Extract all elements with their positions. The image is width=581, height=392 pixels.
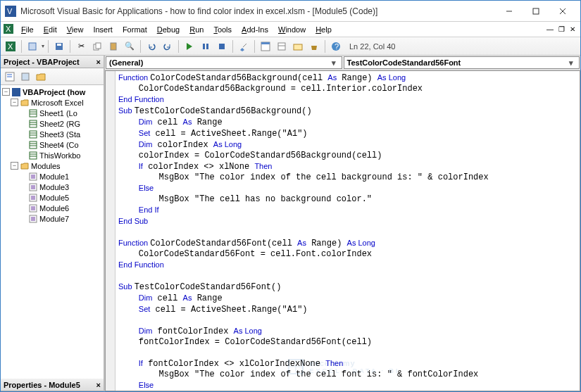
svg-rect-31 [30,110,37,117]
tree-sheet-item[interactable]: Sheet4 (Co [1,139,104,150]
menubar: X File Edit View Insert Format Debug Run… [1,22,580,37]
menu-insert[interactable]: Insert [88,24,118,35]
tree-sheet-item[interactable]: Sheet2 (RG [1,118,104,129]
properties-panel-header: Properties - Module5 × [1,379,104,391]
project-panel-close-icon[interactable]: × [96,58,101,66]
code-margin [106,71,115,391]
menu-window[interactable]: Window [273,24,311,35]
folder-icon [20,161,30,171]
sheet-icon [28,140,38,150]
module-icon [28,214,38,224]
mdi-close[interactable]: ✕ [568,25,577,34]
tree-module-item[interactable]: Module5 [1,192,104,203]
tree-sheet-item[interactable]: ThisWorkbo [1,150,104,160]
object-browser-icon[interactable] [291,39,305,53]
tree-modules-folder[interactable]: − Modules [1,160,104,171]
tree-module-item[interactable]: Module1 [1,171,104,182]
svg-rect-15 [111,43,116,50]
svg-rect-37 [30,131,37,138]
mdi-restore[interactable]: ❐ [556,25,566,34]
view-excel-icon[interactable]: X [4,39,18,53]
collapse-icon[interactable]: − [11,162,18,170]
sheet-icon [28,129,38,139]
toolbar: X ▾ ✂ 🔍 ? Ln 22, Col 40 [1,37,580,56]
redo-icon[interactable] [161,39,175,53]
sheet-icon [28,119,38,129]
menu-view[interactable]: View [62,24,89,35]
design-mode-icon[interactable] [237,39,251,53]
svg-rect-23 [294,44,302,50]
svg-rect-20 [261,42,270,44]
close-button[interactable] [549,1,576,21]
svg-text:?: ? [335,42,339,51]
properties-icon[interactable] [275,39,289,53]
break-icon[interactable] [199,39,213,53]
menu-addins[interactable]: Add-Ins [237,24,273,35]
paste-icon[interactable] [106,39,120,53]
properties-panel-close-icon[interactable]: × [96,381,101,389]
view-object-icon[interactable] [18,70,32,84]
tree-module-item[interactable]: Module6 [1,203,104,213]
svg-rect-21 [278,43,285,50]
svg-rect-40 [30,141,37,148]
menu-format[interactable]: Format [118,24,152,35]
titlebar: V Microsoft Visual Basic for Application… [1,1,580,22]
menu-help[interactable]: Help [311,24,337,35]
undo-icon[interactable] [144,39,158,53]
menu-edit[interactable]: Edit [39,24,62,35]
tree-root[interactable]: − VBAProject (how [1,87,104,97]
view-code-icon[interactable] [3,70,17,84]
procedure-dropdown[interactable]: TestColorCodeStandard56Font ▾ [344,56,580,69]
tree-sheet-item[interactable]: Sheet3 (Sta [1,129,104,139]
toolbox-icon[interactable] [307,39,321,53]
maximize-button[interactable] [523,1,549,21]
menu-run[interactable]: Run [185,24,208,35]
tree-excel-objects[interactable]: − Microsoft Excel [1,97,104,108]
svg-rect-17 [206,44,208,49]
svg-rect-14 [96,43,101,49]
object-dropdown[interactable]: (General) ▾ [106,56,342,69]
folder-icon[interactable] [34,70,48,84]
find-icon[interactable]: 🔍 [123,39,137,53]
project-panel-header: Project - VBAProject × [1,56,104,68]
svg-text:X: X [6,25,11,33]
module-icon [28,203,38,213]
code-content[interactable]: Function ColorCodeStandard56Background(c… [106,71,580,391]
save-icon[interactable] [52,39,66,53]
procedure-dropdown-value: TestColorCodeStandard56Font [347,58,461,67]
insert-item-icon[interactable] [25,39,39,53]
tree-sheet-item[interactable]: Sheet1 (Lo [1,108,104,118]
svg-rect-3 [533,8,539,14]
folder-icon [20,98,30,108]
tree-module-item[interactable]: Module3 [1,182,104,192]
chevron-down-icon: ▾ [566,58,576,68]
svg-rect-30 [12,88,20,96]
svg-text:X: X [8,42,13,51]
module-icon [28,182,38,192]
cursor-position: Ln 22, Col 40 [349,42,395,51]
run-icon[interactable] [182,39,196,53]
copy-icon[interactable] [90,39,104,53]
svg-rect-34 [30,120,37,127]
code-editor[interactable]: Function ColorCodeStandard56Background(c… [105,70,580,391]
svg-rect-12 [57,44,61,46]
dropdown-arrow-icon[interactable]: ▾ [42,43,44,49]
vba-app-icon: V [5,6,16,17]
menu-tools[interactable]: Tools [208,24,237,35]
svg-rect-43 [30,152,37,159]
collapse-icon[interactable]: − [2,88,10,96]
mdi-minimize[interactable]: — [545,25,555,34]
minimize-button[interactable] [496,1,523,21]
collapse-icon[interactable]: − [11,99,18,106]
sheet-icon [28,151,38,160]
help-icon[interactable]: ? [329,39,343,53]
project-tree[interactable]: − VBAProject (how − Microsoft Excel Shee… [1,85,104,379]
tree-module-item[interactable]: Module7 [1,213,104,224]
reset-icon[interactable] [215,39,229,53]
project-explorer-icon[interactable] [258,39,273,53]
menu-file[interactable]: File [16,24,39,35]
project-panel-toolbar [1,68,104,85]
menu-debug[interactable]: Debug [152,24,185,35]
cut-icon[interactable]: ✂ [74,39,88,53]
excel-icon: X [4,24,13,35]
